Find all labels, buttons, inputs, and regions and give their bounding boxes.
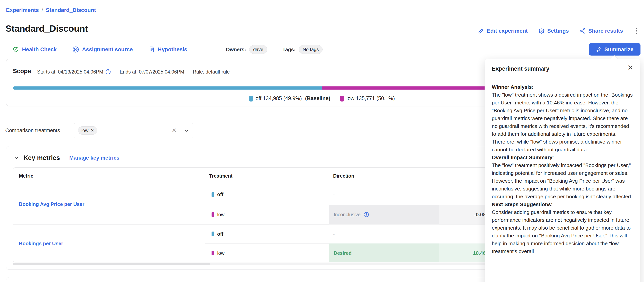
treatment-chip-low[interactable]: low ✕ — [78, 126, 98, 134]
legend-item-low: low 135,771 (50.1%) — [340, 95, 395, 101]
key-metrics-header: Key metrics Manage key metrics — [14, 154, 120, 162]
metric-link-bookings-per-user[interactable]: Bookings per User — [19, 224, 63, 262]
heart-check-icon — [12, 46, 19, 53]
scope-title: Scope — [13, 68, 31, 75]
scope-ends: Ends at: 07/07/2025 04:06PM — [120, 69, 184, 75]
breadcrumb: Experiments / Standard_Discount — [6, 7, 96, 13]
settings-button[interactable]: Settings — [538, 28, 569, 34]
summarize-button[interactable]: Summarize — [589, 43, 640, 56]
more-options-button[interactable] — [634, 27, 639, 35]
metric-link-booking-avg-price[interactable]: Booking Avg Price per User — [19, 184, 84, 224]
col-header-treatment: Treatment — [209, 168, 232, 184]
hypothesis-link[interactable]: Hypothesis — [148, 46, 187, 53]
treatment-cell-off: off — [212, 184, 224, 205]
direction-cell-inconclusive: Inconclusive — [329, 205, 439, 224]
treatment-swatch-off — [212, 232, 214, 236]
summary-section-next-steps: Next Steps Suggestions: Consider adding … — [492, 200, 634, 255]
sparkles-icon — [596, 47, 602, 52]
scope-starts: Starts at: 04/13/2025 04:06PM — [37, 69, 111, 75]
treatment-swatch-low — [212, 212, 214, 217]
breadcrumb-current-link[interactable]: Standard_Discount — [46, 7, 96, 13]
scrollbar-thumb[interactable] — [13, 263, 210, 265]
summary-text: The "low" treatment shows a desired impa… — [492, 91, 634, 154]
panel-title: Experiment summary — [492, 66, 549, 72]
close-icon[interactable]: ✕ — [627, 64, 634, 71]
panel-body: Winner Analysis: The "low" treatment sho… — [492, 83, 634, 255]
help-circle-icon[interactable] — [363, 212, 369, 217]
experiment-summary-panel: Experiment summary ✕ Winner Analysis: Th… — [484, 59, 640, 282]
comparison-treatments-select[interactable]: low ✕ ✕ — [74, 123, 193, 138]
tags-group: Tags: No tags — [282, 45, 322, 54]
panel-divider — [492, 79, 634, 79]
chevron-down-icon[interactable] — [184, 128, 189, 133]
tags-label: Tags: — [282, 47, 296, 53]
collapse-chevron-icon[interactable] — [14, 155, 19, 160]
comparison-treatments-label: Comparison treatments — [5, 127, 60, 133]
share-icon — [580, 28, 586, 34]
scope-rule: Rule: default rule — [193, 69, 230, 75]
summary-text: The "low" treatment positively impacted … — [492, 161, 634, 200]
baseline-tag: (Baseline) — [305, 95, 330, 101]
gear-icon — [538, 28, 544, 34]
select-clear-icon[interactable]: ✕ — [172, 127, 176, 133]
document-icon — [148, 46, 155, 53]
owner-pill[interactable]: dave — [249, 45, 267, 54]
chip-remove-icon[interactable]: ✕ — [90, 128, 94, 133]
legend-swatch-off — [249, 96, 253, 101]
summary-section-overall: Overall Impact Summary: The "low" treatm… — [492, 154, 634, 200]
summary-text: Consider adding guardrail metrics to ens… — [492, 208, 634, 255]
direction-cell-desired: Desired — [329, 243, 439, 262]
scope-meta: Starts at: 04/13/2025 04:06PM Ends at: 0… — [37, 69, 230, 75]
legend-item-off: off 134,985 (49.9%) (Baseline) — [249, 95, 330, 101]
treatment-cell-low: low — [212, 205, 224, 224]
direction-cell-dash: - — [333, 184, 335, 205]
treatment-cell-low: low — [212, 243, 224, 262]
owners-group: Owners: dave — [226, 45, 267, 54]
key-metrics-title: Key metrics — [24, 154, 60, 162]
owners-label: Owners: — [226, 47, 246, 53]
treatment-cell-off: off — [212, 224, 224, 243]
col-header-metric: Metric — [19, 168, 33, 184]
manage-key-metrics-link[interactable]: Manage key metrics — [69, 155, 120, 161]
horizontal-scrollbar[interactable] — [13, 263, 490, 265]
page-title: Standard_Discount — [6, 23, 88, 34]
meta-row: Health Check Assignment source Hypothesi… — [12, 44, 322, 55]
breadcrumb-separator: / — [42, 7, 43, 13]
col-header-direction: Direction — [333, 168, 354, 184]
assignment-source-link[interactable]: Assignment source — [72, 46, 133, 53]
summary-section-winner: Winner Analysis: The "low" treatment sho… — [492, 83, 634, 154]
pencil-icon — [478, 28, 484, 34]
health-check-link[interactable]: Health Check — [12, 46, 56, 53]
share-results-button[interactable]: Share results — [580, 28, 623, 34]
breadcrumb-experiments-link[interactable]: Experiments — [6, 7, 39, 13]
direction-cell-dash: - — [333, 224, 335, 243]
edit-experiment-button[interactable]: Edit experiment — [478, 28, 528, 34]
treatment-swatch-low — [212, 251, 214, 255]
treatment-swatch-off — [212, 192, 214, 197]
target-icon — [72, 46, 79, 53]
select-divider — [180, 126, 180, 135]
allocation-segment-off — [13, 86, 322, 90]
legend-swatch-low — [340, 96, 344, 101]
header-actions: Edit experiment Settings Share results — [478, 27, 639, 35]
info-icon[interactable] — [105, 69, 111, 75]
tags-pill[interactable]: No tags — [299, 45, 323, 54]
